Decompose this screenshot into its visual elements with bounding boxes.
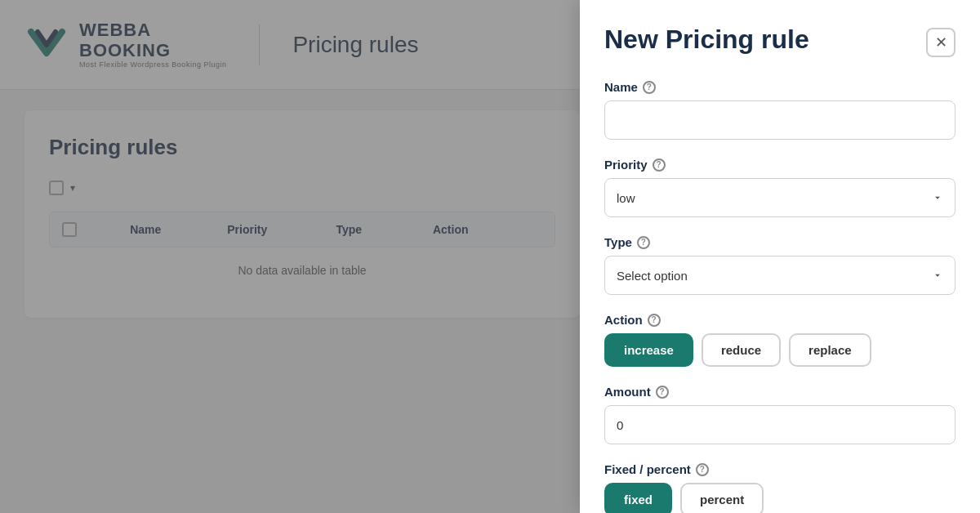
panel-header: New Pricing rule ✕ <box>604 25 956 57</box>
priority-form-group: Priority ? low medium high <box>604 158 956 217</box>
action-reduce-button[interactable]: reduce <box>702 333 781 367</box>
amount-input[interactable] <box>604 405 956 444</box>
action-increase-button[interactable]: increase <box>604 333 693 367</box>
name-label: Name ? <box>604 80 956 94</box>
name-help-icon: ? <box>643 81 656 94</box>
name-input[interactable] <box>604 100 956 140</box>
priority-select[interactable]: low medium high <box>604 178 956 217</box>
panel-close-button[interactable]: ✕ <box>926 28 956 57</box>
slide-panel: New Pricing rule ✕ Name ? Priority ? low… <box>580 0 980 513</box>
type-form-group: Type ? Select option Date range Specific… <box>604 235 956 295</box>
priority-label: Priority ? <box>604 158 956 172</box>
fixed-percent-label: Fixed / percent ? <box>604 462 956 476</box>
type-select[interactable]: Select option Date range Specific day Ti… <box>604 256 956 295</box>
fixed-button[interactable]: fixed <box>604 483 672 513</box>
priority-help-icon: ? <box>653 158 666 172</box>
name-form-group: Name ? <box>604 80 956 140</box>
action-form-group: Action ? increase reduce replace <box>604 313 956 367</box>
fixed-percent-help-icon: ? <box>696 463 709 476</box>
percent-button[interactable]: percent <box>680 483 764 513</box>
amount-label: Amount ? <box>604 385 956 399</box>
action-btn-group: increase reduce replace <box>604 333 956 367</box>
action-help-icon: ? <box>648 314 661 327</box>
fixed-percent-btn-group: fixed percent <box>604 483 956 513</box>
amount-form-group: Amount ? <box>604 385 956 444</box>
action-replace-button[interactable]: replace <box>789 333 871 367</box>
type-label: Type ? <box>604 235 956 249</box>
type-help-icon: ? <box>637 236 650 249</box>
panel-title: New Pricing rule <box>604 25 809 55</box>
amount-help-icon: ? <box>656 386 669 399</box>
action-label: Action ? <box>604 313 956 327</box>
fixed-percent-form-group: Fixed / percent ? fixed percent <box>604 462 956 513</box>
